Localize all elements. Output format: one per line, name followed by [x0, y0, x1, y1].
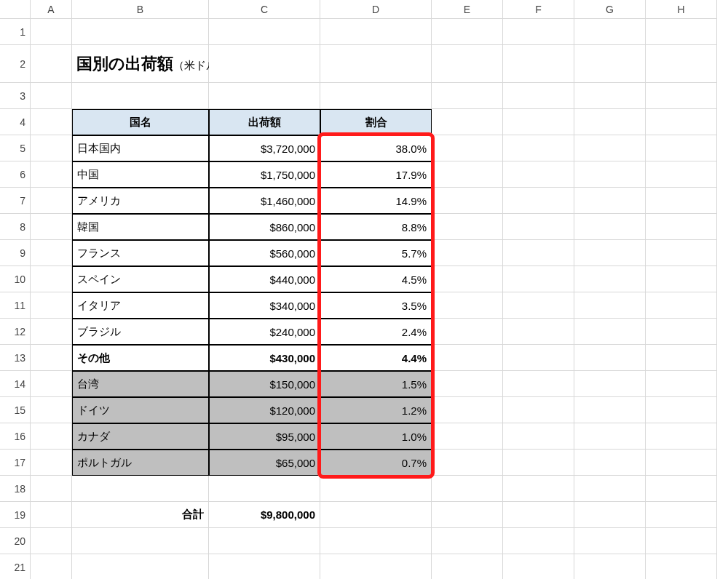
cell-C2[interactable]	[209, 45, 320, 83]
ratio-cell[interactable]: 4.4%	[320, 345, 432, 371]
cell-D20[interactable]	[320, 528, 432, 554]
cell-A18[interactable]	[31, 476, 72, 502]
amount-cell[interactable]: $430,000	[209, 345, 320, 371]
country-cell[interactable]: 韓国	[72, 214, 209, 240]
cell-E12[interactable]	[432, 319, 503, 345]
cell-G9[interactable]	[574, 240, 646, 266]
total-label[interactable]: 合計	[72, 502, 209, 528]
country-cell[interactable]: アメリカ	[72, 188, 209, 214]
column-header-B[interactable]: B	[72, 0, 209, 19]
cell-F2[interactable]	[503, 45, 574, 83]
cell-H19[interactable]	[646, 502, 717, 528]
ratio-cell[interactable]: 0.7%	[320, 450, 432, 476]
cell-G18[interactable]	[574, 476, 646, 502]
country-cell[interactable]: フランス	[72, 240, 209, 266]
cell-G1[interactable]	[574, 19, 646, 45]
cell-E6[interactable]	[432, 161, 503, 188]
ratio-cell[interactable]: 1.2%	[320, 397, 432, 423]
cell-G5[interactable]	[574, 135, 646, 161]
spreadsheet-grid[interactable]: ABCDEFGH12国別の出荷額（米ドル換算）34国名出荷額割合5日本国内$3,…	[0, 0, 728, 579]
row-header-8[interactable]: 8	[0, 214, 31, 240]
header-ratio[interactable]: 割合	[320, 109, 432, 135]
cell-C21[interactable]	[209, 554, 320, 579]
ratio-cell[interactable]: 1.5%	[320, 371, 432, 397]
cell-F21[interactable]	[503, 554, 574, 579]
row-header-21[interactable]: 21	[0, 554, 31, 579]
country-cell[interactable]: イタリア	[72, 292, 209, 319]
cell-A4[interactable]	[31, 109, 72, 135]
row-header-1[interactable]: 1	[0, 19, 31, 45]
amount-cell[interactable]: $120,000	[209, 397, 320, 423]
cell-F19[interactable]	[503, 502, 574, 528]
cell-E17[interactable]	[432, 450, 503, 476]
cell-G4[interactable]	[574, 109, 646, 135]
cell-A21[interactable]	[31, 554, 72, 579]
cell-A5[interactable]	[31, 135, 72, 161]
column-header-H[interactable]: H	[646, 0, 717, 19]
country-cell[interactable]: その他	[72, 345, 209, 371]
amount-cell[interactable]: $1,750,000	[209, 161, 320, 188]
row-header-6[interactable]: 6	[0, 161, 31, 188]
row-header-7[interactable]: 7	[0, 188, 31, 214]
cell-F15[interactable]	[503, 397, 574, 423]
cell-G10[interactable]	[574, 266, 646, 292]
cell-E21[interactable]	[432, 554, 503, 579]
cell-F17[interactable]	[503, 450, 574, 476]
column-header-E[interactable]: E	[432, 0, 503, 19]
cell-H2[interactable]	[646, 45, 717, 83]
cell-F12[interactable]	[503, 319, 574, 345]
row-header-17[interactable]: 17	[0, 450, 31, 476]
cell-C3[interactable]	[209, 83, 320, 109]
cell-F16[interactable]	[503, 423, 574, 450]
row-header-11[interactable]: 11	[0, 292, 31, 319]
cell-D19[interactable]	[320, 502, 432, 528]
cell-G20[interactable]	[574, 528, 646, 554]
cell-G12[interactable]	[574, 319, 646, 345]
cell-B2[interactable]: 国別の出荷額（米ドル換算）	[72, 45, 209, 83]
column-header-G[interactable]: G	[574, 0, 646, 19]
amount-cell[interactable]: $65,000	[209, 450, 320, 476]
cell-H11[interactable]	[646, 292, 717, 319]
cell-H21[interactable]	[646, 554, 717, 579]
cell-H7[interactable]	[646, 188, 717, 214]
ratio-cell[interactable]: 38.0%	[320, 135, 432, 161]
cell-F10[interactable]	[503, 266, 574, 292]
cell-F11[interactable]	[503, 292, 574, 319]
cell-H10[interactable]	[646, 266, 717, 292]
cell-F5[interactable]	[503, 135, 574, 161]
cell-E10[interactable]	[432, 266, 503, 292]
cell-C20[interactable]	[209, 528, 320, 554]
cell-A15[interactable]	[31, 397, 72, 423]
row-header-13[interactable]: 13	[0, 345, 31, 371]
cell-H15[interactable]	[646, 397, 717, 423]
row-header-19[interactable]: 19	[0, 502, 31, 528]
cell-F6[interactable]	[503, 161, 574, 188]
select-all-corner[interactable]	[0, 0, 31, 19]
row-header-12[interactable]: 12	[0, 319, 31, 345]
cell-A16[interactable]	[31, 423, 72, 450]
cell-C1[interactable]	[209, 19, 320, 45]
ratio-cell[interactable]: 17.9%	[320, 161, 432, 188]
row-header-15[interactable]: 15	[0, 397, 31, 423]
cell-G13[interactable]	[574, 345, 646, 371]
cell-F9[interactable]	[503, 240, 574, 266]
cell-E20[interactable]	[432, 528, 503, 554]
cell-F14[interactable]	[503, 371, 574, 397]
cell-H14[interactable]	[646, 371, 717, 397]
cell-A9[interactable]	[31, 240, 72, 266]
cell-H16[interactable]	[646, 423, 717, 450]
cell-H6[interactable]	[646, 161, 717, 188]
cell-B18[interactable]	[72, 476, 209, 502]
ratio-cell[interactable]: 14.9%	[320, 188, 432, 214]
column-header-F[interactable]: F	[503, 0, 574, 19]
cell-H5[interactable]	[646, 135, 717, 161]
row-header-10[interactable]: 10	[0, 266, 31, 292]
row-header-20[interactable]: 20	[0, 528, 31, 554]
amount-cell[interactable]: $860,000	[209, 214, 320, 240]
cell-A8[interactable]	[31, 214, 72, 240]
cell-G17[interactable]	[574, 450, 646, 476]
country-cell[interactable]: ブラジル	[72, 319, 209, 345]
amount-cell[interactable]: $340,000	[209, 292, 320, 319]
total-value[interactable]: $9,800,000	[209, 502, 320, 528]
ratio-cell[interactable]: 5.7%	[320, 240, 432, 266]
